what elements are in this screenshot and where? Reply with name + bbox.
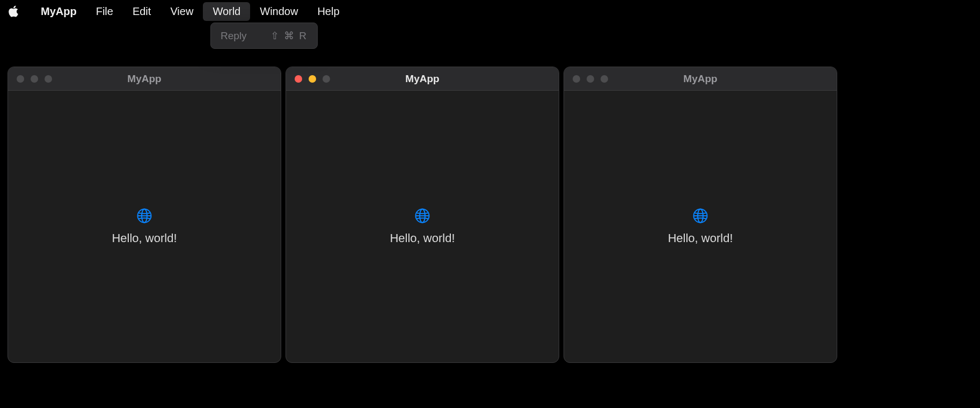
window-zoom-button[interactable] xyxy=(45,75,52,83)
menu-world[interactable]: World xyxy=(203,2,250,21)
window-content: Hello, world! xyxy=(564,91,837,362)
window-zoom-button[interactable] xyxy=(323,75,330,83)
menu-world-dropdown: Reply ⇧ ⌘ R xyxy=(210,23,318,49)
globe-icon xyxy=(692,208,708,224)
menu-view[interactable]: View xyxy=(160,2,203,21)
menu-item-shortcut: ⇧ ⌘ R xyxy=(270,30,308,42)
window-content: Hello, world! xyxy=(8,91,281,362)
window-minimize-button[interactable] xyxy=(31,75,38,83)
window-minimize-button[interactable] xyxy=(309,75,316,83)
menu-app-name[interactable]: MyApp xyxy=(31,2,86,21)
app-window[interactable]: MyApp Hello, world! xyxy=(8,67,281,363)
window-close-button[interactable] xyxy=(573,75,580,83)
window-titlebar[interactable]: MyApp xyxy=(564,67,837,91)
menu-help[interactable]: Help xyxy=(308,2,349,21)
window-content: Hello, world! xyxy=(286,91,559,362)
hello-world-text: Hello, world! xyxy=(390,231,455,245)
menu-edit[interactable]: Edit xyxy=(123,2,160,21)
apple-logo-icon[interactable] xyxy=(8,5,19,17)
window-titlebar[interactable]: MyApp xyxy=(8,67,281,91)
hello-world-text: Hello, world! xyxy=(112,231,177,245)
traffic-lights xyxy=(573,75,608,83)
window-titlebar[interactable]: MyApp xyxy=(286,67,559,91)
app-window[interactable]: MyApp Hello, world! xyxy=(286,67,559,363)
menu-item-label: Reply xyxy=(221,30,247,42)
app-window[interactable]: MyApp Hello, world! xyxy=(564,67,837,363)
menu-window[interactable]: Window xyxy=(250,2,308,21)
window-close-button[interactable] xyxy=(295,75,302,83)
globe-icon xyxy=(136,208,152,224)
menu-file[interactable]: File xyxy=(86,2,123,21)
traffic-lights xyxy=(17,75,52,83)
traffic-lights xyxy=(295,75,330,83)
hello-world-text: Hello, world! xyxy=(668,231,733,245)
window-minimize-button[interactable] xyxy=(587,75,594,83)
window-zoom-button[interactable] xyxy=(601,75,608,83)
menubar: MyApp File Edit View World Window Help xyxy=(0,0,980,23)
globe-icon xyxy=(414,208,430,224)
menu-item-reply[interactable]: Reply ⇧ ⌘ R xyxy=(214,26,314,45)
window-close-button[interactable] xyxy=(17,75,24,83)
